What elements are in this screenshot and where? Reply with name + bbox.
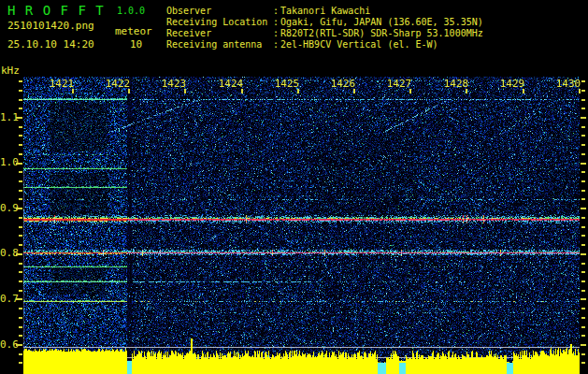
freq-minor-tick-right <box>581 108 585 109</box>
freq-major-tick-right <box>581 253 586 255</box>
freq-minor-tick-right <box>581 244 585 246</box>
app-title: H R O F F T <box>7 3 105 18</box>
info-row-antenna: Receiving antenna:2el-HB9CV Vertical (el… <box>166 39 483 50</box>
freq-minor-tick <box>19 353 22 355</box>
freq-minor-tick-right <box>581 80 585 82</box>
time-tick-label: 1430 <box>555 78 581 90</box>
freq-minor-tick <box>19 308 22 309</box>
freq-minor-tick-right <box>581 126 585 128</box>
time-tick-label: 1423 <box>161 78 187 90</box>
freq-minor-tick <box>19 90 22 92</box>
freq-minor-tick-right <box>581 335 585 337</box>
info-label: Observer <box>166 6 271 17</box>
freq-tick-label: 0.6 <box>0 338 16 351</box>
info-value: Takanori Kawachi <box>280 6 370 16</box>
app-version: 1.0.0 <box>117 6 145 16</box>
time-tick-label: 1429 <box>499 78 525 90</box>
freq-tick-label: 0.7 <box>0 293 16 305</box>
time-tick <box>579 89 581 94</box>
freq-minor-tick <box>19 171 22 173</box>
observation-datetime: 25.10.10 14:20 <box>7 38 94 50</box>
freq-minor-tick <box>19 235 22 237</box>
freq-minor-tick <box>19 144 22 146</box>
time-tick <box>184 89 186 94</box>
freq-minor-tick <box>19 153 22 155</box>
info-value: 2el-HB9CV Vertical (el. E-W) <box>280 39 438 50</box>
freq-minor-tick-right <box>581 135 585 137</box>
freq-minor-tick-right <box>581 226 585 228</box>
freq-minor-tick <box>19 244 22 246</box>
freq-tick-label: 0.8 <box>0 247 16 259</box>
freq-minor-tick-right <box>581 362 585 364</box>
info-value: Ogaki, Gifu, JAPAN (136.60E, 35.35N) <box>280 17 483 27</box>
freq-minor-tick <box>19 280 22 282</box>
freq-minor-tick-right <box>581 290 585 292</box>
info-label: Receiver <box>166 28 271 39</box>
freq-minor-tick-right <box>581 190 585 192</box>
time-tick <box>128 89 130 94</box>
freq-minor-tick-right <box>581 271 585 273</box>
freq-minor-tick-right <box>581 326 585 328</box>
time-tick <box>241 89 243 94</box>
freq-minor-tick <box>19 263 22 265</box>
freq-minor-tick-right <box>581 353 585 355</box>
time-tick <box>409 89 411 94</box>
freq-minor-tick <box>19 126 22 128</box>
output-filename: 2510101420.png <box>7 20 94 32</box>
info-separator: : <box>271 6 280 17</box>
freq-axis-unit: kHz <box>1 65 20 77</box>
freq-major-tick-right <box>581 163 586 165</box>
time-tick <box>523 89 524 94</box>
time-tick-label: 1421 <box>49 78 75 90</box>
freq-minor-tick-right <box>581 90 585 92</box>
freq-minor-tick <box>19 190 22 192</box>
freq-minor-tick-right <box>581 217 585 219</box>
freq-major-tick <box>16 344 22 346</box>
freq-minor-tick <box>19 226 22 228</box>
time-tick-label: 1425 <box>274 78 300 90</box>
station-info: Observer:Takanori Kawachi Receiving Loca… <box>166 6 483 50</box>
info-row-observer: Observer:Takanori Kawachi <box>166 6 483 17</box>
info-separator: : <box>271 28 280 39</box>
freq-tick-label: 1.1 <box>0 111 16 123</box>
time-tick <box>297 89 299 94</box>
info-label: Receiving antenna <box>166 39 271 50</box>
freq-minor-tick-right <box>581 171 585 173</box>
freq-minor-tick <box>19 108 22 109</box>
freq-minor-tick-right <box>581 280 585 282</box>
freq-minor-tick <box>19 335 22 337</box>
time-tick <box>466 89 467 94</box>
time-tick-label: 1424 <box>218 78 244 90</box>
time-tick-label: 1422 <box>105 78 131 90</box>
mode-label: meteor <box>115 25 152 37</box>
freq-minor-tick <box>19 135 22 137</box>
freq-major-tick <box>16 117 22 119</box>
freq-minor-tick <box>19 80 22 82</box>
info-value: R820T2(RTL-SDR) SDR-Sharp 53.1000MHz <box>280 28 483 38</box>
freq-minor-tick-right <box>581 263 585 265</box>
freq-minor-tick-right <box>581 153 585 155</box>
freq-minor-tick <box>19 362 22 364</box>
freq-minor-tick-right <box>581 99 585 101</box>
freq-minor-tick-right <box>581 308 585 309</box>
freq-major-tick <box>16 163 22 165</box>
freq-minor-tick-right <box>581 317 585 319</box>
echo-count: 10 <box>130 38 142 50</box>
freq-major-tick-right <box>581 117 586 119</box>
freq-tick-label: 1.0 <box>0 156 16 168</box>
freq-major-tick <box>16 298 22 300</box>
freq-major-tick <box>16 253 22 255</box>
freq-tick-label: 0.9 <box>0 202 16 214</box>
freq-minor-tick <box>19 317 22 319</box>
time-tick <box>72 89 74 94</box>
freq-minor-tick-right <box>581 144 585 146</box>
info-separator: : <box>271 39 280 50</box>
freq-major-tick <box>16 208 22 209</box>
time-tick-label: 1426 <box>330 78 356 90</box>
freq-major-tick-right <box>581 344 586 346</box>
freq-major-tick-right <box>581 208 586 209</box>
freq-minor-tick <box>19 180 22 182</box>
hrofft-screen: H R O F F T 1.0.0 2510101420.png meteor … <box>0 0 588 374</box>
freq-minor-tick <box>19 290 22 292</box>
spectrogram-canvas <box>23 77 580 374</box>
